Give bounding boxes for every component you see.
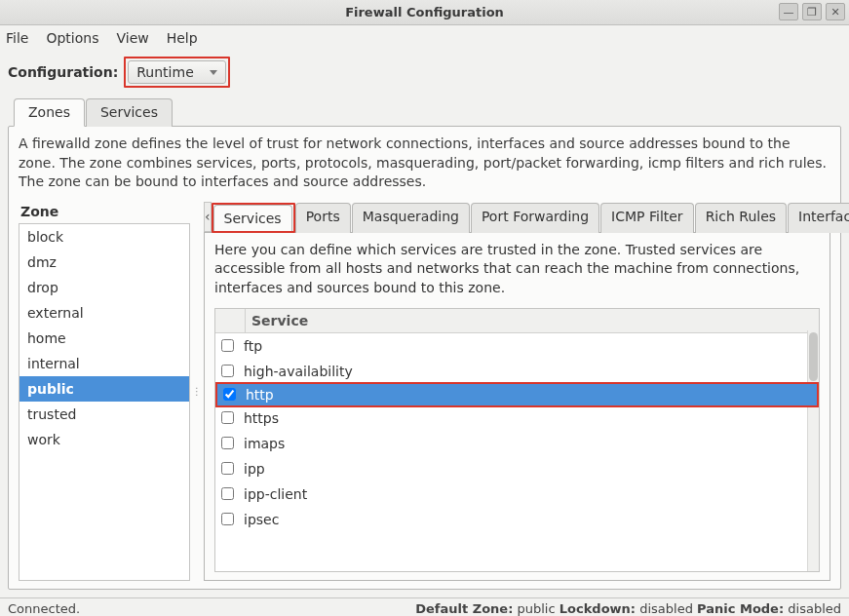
zone-item-external[interactable]: external xyxy=(19,300,189,326)
tab-scroll-left[interactable]: ‹ xyxy=(204,202,212,232)
zone-item-dmz[interactable]: dmz xyxy=(19,250,189,275)
service-checkbox-high-availability[interactable] xyxy=(221,365,234,377)
service-row-http[interactable]: http xyxy=(215,382,819,407)
splitter-handle[interactable]: ⋮ xyxy=(194,202,200,581)
service-label: ipp-client xyxy=(244,486,307,502)
window-title: Firewall Configuration xyxy=(0,5,849,19)
zones-panel: A firewalld zone defines the level of tr… xyxy=(8,126,841,590)
service-checkbox-ipsec[interactable] xyxy=(221,513,234,525)
zone-description: A firewalld zone defines the level of tr… xyxy=(19,135,830,192)
zone-item-trusted[interactable]: trusted xyxy=(19,402,189,427)
inner-tab-rich-rules[interactable]: Rich Rules xyxy=(695,203,787,233)
service-row-https[interactable]: https xyxy=(215,405,819,431)
inner-tabs: ServicesPortsMasqueradingPort Forwarding… xyxy=(212,203,849,233)
configuration-value: Runtime xyxy=(136,64,193,80)
inner-tab-port-forwarding[interactable]: Port Forwarding xyxy=(471,203,599,233)
service-label: ipsec xyxy=(244,512,279,527)
inner-tab-interfaces[interactable]: Interfaces xyxy=(788,203,849,233)
service-row-ftp[interactable]: ftp xyxy=(215,333,819,359)
main-tabs: Zones Services xyxy=(0,98,849,127)
services-panel: Here you can define which services are t… xyxy=(204,232,830,581)
menu-help[interactable]: Help xyxy=(167,30,198,46)
zone-item-internal[interactable]: internal xyxy=(19,351,189,376)
service-checkbox-http[interactable] xyxy=(223,388,236,401)
service-check-column xyxy=(215,309,245,332)
service-checkbox-ftp[interactable] xyxy=(221,339,234,352)
zone-item-home[interactable]: home xyxy=(19,326,189,351)
services-table: Service ftphigh-availabilityhttphttpsima… xyxy=(214,308,820,572)
service-label: imaps xyxy=(244,436,285,451)
chevron-down-icon xyxy=(210,70,217,75)
close-button[interactable]: ✕ xyxy=(826,3,845,20)
inner-tab-masquerading[interactable]: Masquerading xyxy=(352,203,470,233)
service-checkbox-imaps[interactable] xyxy=(221,437,234,449)
services-tab-highlight: Services xyxy=(212,203,295,233)
service-checkbox-ipp-client[interactable] xyxy=(221,487,234,500)
service-checkbox-https[interactable] xyxy=(221,411,234,424)
service-label: https xyxy=(244,410,279,426)
menu-file[interactable]: File xyxy=(6,30,28,46)
tab-services[interactable]: Services xyxy=(86,98,173,127)
zone-column-header: Zone xyxy=(19,202,190,223)
services-body: ftphigh-availabilityhttphttpsimapsippipp… xyxy=(215,333,819,571)
service-label: http xyxy=(246,387,274,403)
configuration-dropdown[interactable]: Runtime xyxy=(128,60,225,84)
inner-tab-icmp-filter[interactable]: ICMP Filter xyxy=(600,203,694,233)
zone-item-block[interactable]: block xyxy=(19,224,189,250)
services-description: Here you can define which services are t… xyxy=(214,241,820,298)
service-row-ipp-client[interactable]: ipp-client xyxy=(215,481,819,507)
menubar: File Options View Help xyxy=(0,25,849,51)
statusbar: Connected. Default Zone: public Lockdown… xyxy=(0,597,849,616)
maximize-button[interactable]: ❐ xyxy=(802,3,822,20)
configuration-row: Configuration: Runtime xyxy=(0,51,849,97)
service-row-ipp[interactable]: ipp xyxy=(215,456,819,481)
service-name-column: Service xyxy=(245,309,819,332)
titlebar: Firewall Configuration — ❐ ✕ xyxy=(0,0,849,25)
service-label: ftp xyxy=(244,338,262,354)
zone-item-drop[interactable]: drop xyxy=(19,275,189,300)
configuration-highlight: Runtime xyxy=(124,57,229,88)
service-checkbox-ipp[interactable] xyxy=(221,462,234,475)
vertical-scrollbar[interactable] xyxy=(807,330,819,571)
service-label: ipp xyxy=(244,461,265,477)
tab-zones[interactable]: Zones xyxy=(14,98,85,127)
zone-list[interactable]: blockdmzdropexternalhomeinternalpublictr… xyxy=(19,223,190,581)
zone-item-public[interactable]: public xyxy=(19,376,189,402)
service-row-high-availability[interactable]: high-availability xyxy=(215,359,819,384)
service-row-ipsec[interactable]: ipsec xyxy=(215,507,819,532)
scrollbar-thumb[interactable] xyxy=(809,332,818,381)
minimize-button[interactable]: — xyxy=(779,3,798,20)
status-right: Default Zone: public Lockdown: disabled … xyxy=(415,601,841,616)
configuration-label: Configuration: xyxy=(8,64,118,80)
inner-tab-ports[interactable]: Ports xyxy=(295,203,351,233)
menu-view[interactable]: View xyxy=(116,30,148,46)
inner-tab-services[interactable]: Services xyxy=(213,205,292,231)
service-row-imaps[interactable]: imaps xyxy=(215,431,819,456)
service-label: high-availability xyxy=(244,364,353,379)
zone-item-work[interactable]: work xyxy=(19,427,189,452)
status-connected: Connected. xyxy=(8,601,80,616)
menu-options[interactable]: Options xyxy=(46,30,98,46)
